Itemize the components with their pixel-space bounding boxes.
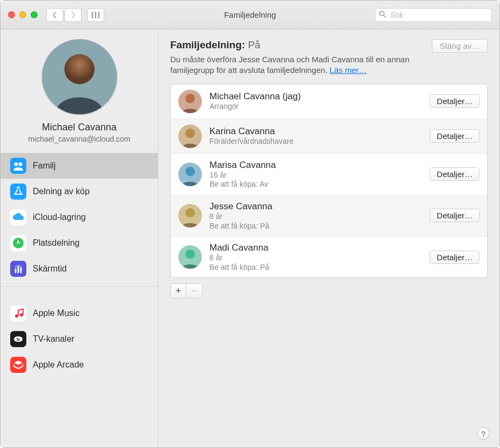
search-input[interactable]: [375, 8, 492, 22]
member-role: Arrangör: [209, 102, 422, 112]
member-avatar: [178, 90, 202, 113]
family-member-row[interactable]: Michael Cavanna (jag)ArrangörDetaljer…: [171, 84, 487, 119]
member-age: 16 år: [209, 171, 422, 180]
family-member-row[interactable]: Marisa Cavanna16 årBe att få köpa: AvDet…: [171, 154, 487, 195]
svg-point-7: [95, 16, 97, 18]
member-ask-to-buy: Be att få köpa: På: [209, 263, 422, 273]
user-name: Michael Cavanna: [1, 122, 158, 133]
sidebar-item-icloud-lagring[interactable]: iCloud-lagring: [1, 204, 158, 230]
svg-point-12: [64, 54, 95, 84]
grid-icon: [91, 12, 100, 18]
svg-point-0: [92, 12, 93, 13]
sidebar-item-apple-music[interactable]: Apple Music: [1, 300, 158, 326]
search-icon: [379, 10, 386, 20]
svg-point-31: [185, 128, 195, 138]
page-heading: Familjedelning: På: [170, 39, 432, 51]
member-details-button[interactable]: Detaljer…: [430, 129, 480, 143]
member-name: Marisa Cavanna: [209, 159, 422, 171]
member-details-button[interactable]: Detaljer…: [430, 209, 480, 222]
sidebar-item-label: Platsdelning: [33, 238, 79, 248]
member-name: Karina Cavanna: [209, 126, 422, 137]
svg-point-15: [19, 163, 23, 166]
member-name: Jesse Cavanna: [209, 201, 422, 212]
sidebar-item-apple-arcade[interactable]: Apple Arcade: [1, 352, 158, 378]
svg-point-35: [185, 208, 195, 218]
sidebar-item-label: Skärmtid: [33, 264, 67, 274]
show-all-button[interactable]: [87, 8, 104, 22]
sidebar: Michael Cavanna michael_cavanna@icloud.c…: [1, 30, 158, 447]
svg-point-37: [185, 249, 195, 259]
heading-prefix: Familjedelning:: [170, 39, 248, 50]
svg-point-6: [92, 16, 93, 18]
help-icon: ?: [481, 429, 485, 438]
window-title: Familjedelning: [224, 10, 276, 19]
sidebar-item-delning-av-k-p[interactable]: Delning av köp: [1, 179, 158, 204]
turn-off-button[interactable]: Stäng av…: [432, 39, 488, 53]
svg-point-1: [95, 12, 97, 13]
family-members-list: Michael Cavanna (jag)ArrangörDetaljer…Ka…: [170, 84, 488, 278]
svg-point-4: [95, 14, 97, 16]
arcade-icon: [10, 357, 26, 373]
sidebar-divider: [1, 286, 158, 287]
svg-point-29: [185, 93, 195, 103]
sidebar-item-label: Apple Arcade: [33, 360, 84, 370]
member-details-button[interactable]: Detaljer…: [430, 167, 480, 181]
back-button[interactable]: [46, 8, 63, 22]
sidebar-item-label: iCloud-lagring: [33, 212, 86, 222]
svg-rect-13: [10, 158, 26, 174]
family-member-row[interactable]: Madi Cavanna6 årBe att få köpa: PåDetalj…: [171, 237, 487, 277]
member-role: Förälder/vårdnadshavare: [209, 137, 422, 146]
user-avatar[interactable]: [42, 39, 117, 114]
family-member-row[interactable]: Jesse Cavanna8 årBe att få köpa: PåDetal…: [171, 195, 487, 237]
music-icon: [10, 305, 26, 321]
family-member-row[interactable]: Karina CavannaFörälder/vårdnadshavareDet…: [171, 119, 487, 154]
sidebar-item-label: Delning av köp: [33, 187, 90, 196]
sidebar-item-label: TV-kanaler: [33, 334, 74, 344]
cloud-icon: [10, 209, 26, 225]
help-button[interactable]: ?: [477, 427, 490, 440]
remove-member-button[interactable]: −: [186, 283, 202, 298]
member-age: 8 år: [209, 212, 422, 222]
member-avatar: [178, 204, 202, 227]
zoom-window-button[interactable]: [31, 11, 38, 18]
learn-more-link[interactable]: Läs mer…: [330, 65, 367, 75]
sidebar-item-label: Familj: [33, 161, 56, 171]
main-pane: Familjedelning: På Du måste överföra Jes…: [158, 30, 499, 447]
chevron-left-icon: [52, 12, 57, 18]
member-ask-to-buy: Be att få köpa: Av: [209, 180, 422, 189]
forward-button[interactable]: [64, 8, 82, 22]
member-name: Madi Cavanna: [209, 242, 422, 253]
member-details-button[interactable]: Detaljer…: [430, 251, 480, 264]
svg-point-3: [92, 14, 93, 16]
sidebar-item-sk-rmtid[interactable]: Skärmtid: [1, 256, 158, 282]
svg-point-8: [98, 16, 100, 18]
chevron-right-icon: [70, 12, 76, 18]
sidebar-item-label: Apple Music: [33, 309, 79, 318]
add-member-button[interactable]: +: [170, 283, 186, 298]
svg-point-14: [15, 163, 18, 166]
member-avatar: [178, 163, 202, 186]
svg-point-5: [98, 14, 100, 16]
titlebar: Familjedelning: [1, 1, 499, 30]
svg-point-2: [98, 12, 100, 13]
svg-line-10: [383, 15, 386, 17]
heading-note: Du måste överföra Jesse Cavanna och Madi…: [170, 54, 432, 76]
minimize-window-button[interactable]: [19, 11, 26, 18]
sidebar-item-tv-kanaler[interactable]: tvTV-kanaler: [1, 326, 158, 352]
location-icon: [10, 235, 26, 251]
member-details-button[interactable]: Detaljer…: [430, 94, 480, 108]
sidebar-item-platsdelning[interactable]: Platsdelning: [1, 230, 158, 256]
screentime-icon: [10, 261, 26, 277]
heading-note-text: Du måste överföra Jesse Cavanna och Madi…: [170, 55, 409, 75]
member-age: 6 år: [209, 253, 422, 263]
member-avatar: [178, 124, 202, 148]
family-icon: [10, 158, 26, 174]
heading-state: På: [248, 39, 260, 50]
svg-rect-16: [10, 183, 26, 200]
appstore-icon: [10, 183, 26, 200]
svg-point-33: [185, 166, 195, 176]
sidebar-item-familj[interactable]: Familj: [1, 153, 158, 179]
close-window-button[interactable]: [8, 11, 15, 18]
member-ask-to-buy: Be att få köpa: På: [209, 222, 422, 231]
member-avatar: [178, 245, 202, 269]
